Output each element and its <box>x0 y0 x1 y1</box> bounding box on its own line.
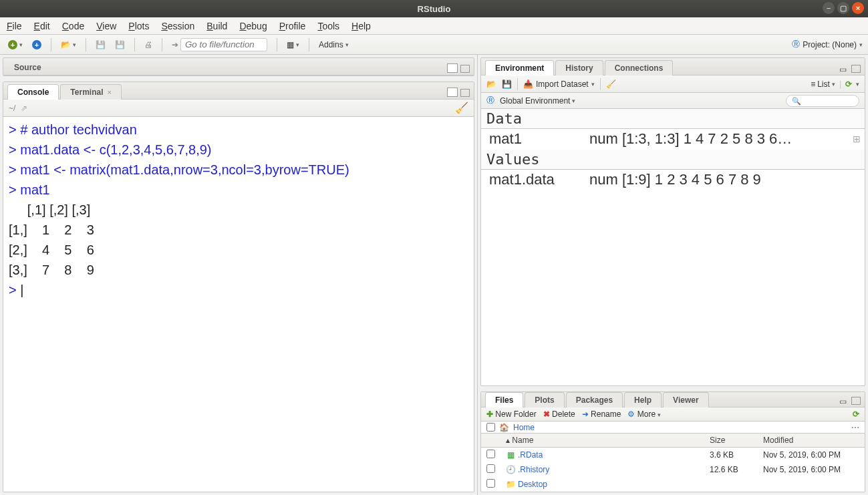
console-body[interactable]: > # author techvidvan > mat1.data <- c(1… <box>3 117 474 492</box>
window-stack-icon[interactable] <box>448 65 458 73</box>
clear-console-icon[interactable]: 🧹 <box>455 102 468 114</box>
plus-icon: + <box>8 40 17 49</box>
clear-env-icon[interactable]: 🧹 <box>606 79 616 89</box>
project-label[interactable]: Project: (None) <box>803 40 857 49</box>
col-name-label: Name <box>512 436 533 445</box>
menu-help[interactable]: Help <box>351 21 371 31</box>
file-name[interactable]: .Rhistory <box>518 465 549 474</box>
import-dataset-button[interactable]: 📥Import Dataset ▾ <box>523 79 595 89</box>
source-pane: Source <box>3 57 474 76</box>
row-checkbox[interactable] <box>486 450 495 458</box>
chevron-down-icon[interactable]: ▾ <box>856 81 859 88</box>
tab-environment[interactable]: Environment <box>485 60 554 75</box>
menu-edit[interactable]: Edit <box>34 21 50 31</box>
folder-icon: 📁 <box>506 480 515 489</box>
menu-tools[interactable]: Tools <box>317 21 339 31</box>
environment-scope[interactable]: Global Environment ▾ <box>500 96 575 106</box>
file-size: 3.6 KB <box>704 448 758 463</box>
console-code: mat1 <box>20 182 49 197</box>
maximize-icon[interactable] <box>460 65 470 73</box>
rename-button[interactable]: ➜ Rename <box>582 409 621 419</box>
goto-file-input[interactable] <box>180 38 267 51</box>
window-close-icon[interactable]: × <box>852 2 864 14</box>
menu-session[interactable]: Session <box>161 21 194 31</box>
row-checkbox[interactable] <box>486 479 495 488</box>
maximize-icon[interactable] <box>851 397 861 405</box>
menu-code[interactable]: Code <box>62 21 84 31</box>
delete-icon: ✖ <box>543 409 550 419</box>
window-min-icon[interactable]: – <box>823 2 835 14</box>
print-button[interactable]: 🖨 <box>142 39 155 51</box>
files-tabstrip: Files Plots Packages Help Viewer ▭ <box>481 392 865 407</box>
close-icon[interactable]: × <box>107 88 111 96</box>
tab-plots-label: Plots <box>535 395 554 405</box>
tab-help[interactable]: Help <box>624 392 662 407</box>
tab-viewer[interactable]: Viewer <box>663 392 708 407</box>
menu-build[interactable]: Build <box>206 21 227 31</box>
source-tabstrip: Source <box>3 58 474 75</box>
load-workspace-icon[interactable]: 📂 <box>486 79 496 89</box>
tab-plots[interactable]: Plots <box>525 392 564 407</box>
env-row-mat1data[interactable]: mat1.data num [1:9] 1 2 3 4 5 6 7 8 9 <box>481 170 865 190</box>
col-modified-header[interactable]: Modified <box>758 434 865 448</box>
list-view-button[interactable]: ≡ List ▾ <box>811 79 835 89</box>
minimize-icon[interactable] <box>460 89 470 97</box>
chevron-down-icon[interactable]: ▾ <box>859 41 863 48</box>
save-button[interactable]: 💾 <box>93 39 108 51</box>
open-file-button[interactable]: 📂 ▾ <box>58 39 79 51</box>
refresh-icon[interactable]: ⟳ <box>845 79 852 89</box>
environment-search-input[interactable] <box>786 95 859 107</box>
delete-button[interactable]: ✖ Delete <box>543 409 575 419</box>
console-pane: Console Terminal × ~/ ⇗ 🧹 > # author tec… <box>3 81 474 492</box>
grid-button[interactable]: ▦ ▾ <box>284 39 302 51</box>
breadcrumb-home[interactable]: Home <box>513 423 535 432</box>
env-section-values: Values <box>481 150 865 170</box>
console-code: # author techvidvan <box>20 122 137 137</box>
table-row[interactable]: ▦.RData 3.6 KB Nov 5, 2019, 6:00 PM <box>481 448 865 463</box>
col-size-header[interactable]: Size <box>704 434 758 448</box>
table-row[interactable]: 🕘.Rhistory 12.6 KB Nov 5, 2019, 6:00 PM <box>481 462 865 477</box>
tab-files[interactable]: Files <box>485 392 523 407</box>
console-path-arrow-icon[interactable]: ⇗ <box>21 104 27 113</box>
save-all-button[interactable]: 💾 <box>112 39 128 51</box>
menu-file[interactable]: File <box>7 21 22 31</box>
import-dataset-label: Import Dataset <box>536 79 589 89</box>
minimize-icon[interactable]: ▭ <box>839 65 849 73</box>
addins-button[interactable]: Addins ▾ <box>316 39 351 51</box>
tab-console-label: Console <box>17 88 49 97</box>
window-stack-icon[interactable] <box>448 89 458 97</box>
new-project-button[interactable]: + <box>29 39 44 51</box>
console-code: mat1 <- matrix(mat1.data,nrow=3,ncol=3,b… <box>20 162 349 177</box>
new-folder-button[interactable]: ✚ New Folder <box>486 409 537 419</box>
menu-view[interactable]: View <box>96 21 116 31</box>
row-checkbox[interactable] <box>486 464 495 473</box>
refresh-icon[interactable]: ⟳ <box>853 409 859 419</box>
more-button[interactable]: ⚙ More ▾ <box>627 409 661 419</box>
file-name[interactable]: Desktop <box>518 480 547 489</box>
home-icon[interactable]: 🏠 <box>499 423 509 432</box>
grid-view-icon[interactable]: ⊞ <box>853 134 861 144</box>
menu-debug[interactable]: Debug <box>239 21 267 31</box>
tab-history[interactable]: History <box>555 60 603 75</box>
maximize-icon[interactable] <box>851 65 861 73</box>
tab-terminal[interactable]: Terminal × <box>60 84 122 100</box>
environment-scope-bar: Ⓡ Global Environment ▾ <box>481 93 865 109</box>
console-prompt: > <box>9 283 20 297</box>
tab-packages[interactable]: Packages <box>566 392 623 407</box>
console-code: mat1.data <- c(1,2,3,4,5,6,7,8,9) <box>20 142 211 157</box>
tab-console[interactable]: Console <box>7 84 59 100</box>
menu-profile[interactable]: Profile <box>279 21 306 31</box>
breadcrumb-more-icon[interactable]: ⋯ <box>851 423 859 432</box>
env-row-mat1[interactable]: mat1 num [1:3, 1:3] 1 4 7 2 5 8 3 6… ⊞ <box>481 129 865 150</box>
new-file-button[interactable]: + ▾ <box>5 39 25 51</box>
file-name[interactable]: .RData <box>518 450 543 460</box>
menu-plots[interactable]: Plots <box>128 21 149 31</box>
minimize-icon[interactable]: ▭ <box>839 397 849 405</box>
table-row[interactable]: 📁Desktop <box>481 477 865 492</box>
select-all-checkbox[interactable] <box>486 423 495 432</box>
tab-connections[interactable]: Connections <box>605 60 674 75</box>
save-workspace-icon[interactable]: 💾 <box>502 79 512 89</box>
col-name-header[interactable]: ▴ Name <box>500 434 704 448</box>
env-var-value: num [1:3, 1:3] 1 4 7 2 5 8 3 6… <box>589 130 853 148</box>
window-max-icon[interactable]: ▢ <box>837 2 849 14</box>
